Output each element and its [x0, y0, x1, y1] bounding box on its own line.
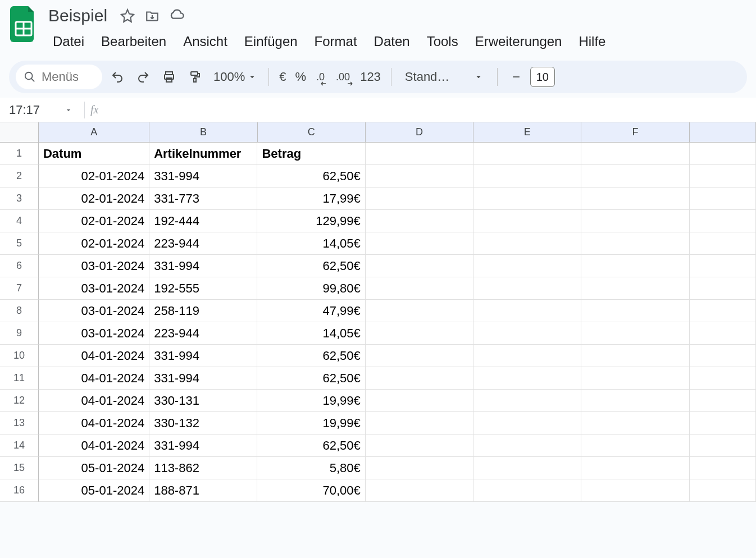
cell[interactable]: 02-01-2024 — [39, 210, 149, 232]
cell[interactable]: 05-01-2024 — [39, 457, 149, 479]
cell[interactable]: 70,00€ — [257, 479, 365, 502]
cell[interactable] — [690, 367, 756, 390]
row-header[interactable]: 8 — [0, 300, 39, 322]
menu-view[interactable]: Ansicht — [175, 30, 235, 53]
cell[interactable] — [473, 457, 581, 479]
cell[interactable] — [473, 255, 581, 277]
cell[interactable] — [366, 367, 473, 390]
cell[interactable] — [473, 479, 581, 502]
cell[interactable]: 331-994 — [149, 345, 257, 367]
formula-bar[interactable] — [104, 98, 756, 122]
cell[interactable] — [690, 345, 756, 367]
menu-search[interactable] — [16, 65, 102, 89]
cell[interactable]: 14,05€ — [257, 232, 365, 255]
cell[interactable] — [366, 345, 473, 367]
cell[interactable]: 14,05€ — [257, 322, 365, 345]
cell[interactable] — [690, 255, 756, 277]
cell[interactable] — [690, 165, 756, 187]
cell[interactable] — [690, 390, 756, 412]
cell[interactable]: 331-994 — [149, 165, 257, 187]
row-header[interactable]: 13 — [0, 412, 39, 434]
cell[interactable] — [581, 390, 689, 412]
cell[interactable] — [473, 187, 581, 210]
row-header[interactable]: 14 — [0, 434, 39, 457]
row-header[interactable]: 9 — [0, 322, 39, 345]
row-header[interactable]: 16 — [0, 479, 39, 502]
cell[interactable]: 02-01-2024 — [39, 187, 149, 210]
cell[interactable] — [366, 277, 473, 300]
undo-button[interactable] — [107, 66, 128, 88]
fontsize-input[interactable]: 10 — [530, 67, 555, 87]
cell[interactable] — [473, 165, 581, 187]
cell[interactable] — [473, 434, 581, 457]
column-header-G[interactable] — [690, 122, 756, 143]
column-header-D[interactable]: D — [366, 122, 473, 143]
menu-extensions[interactable]: Erweiterungen — [467, 30, 570, 53]
cell[interactable] — [690, 479, 756, 502]
row-header[interactable]: 1 — [0, 143, 39, 165]
cell[interactable] — [473, 143, 581, 165]
cell[interactable]: 04-01-2024 — [39, 412, 149, 434]
cell[interactable] — [366, 412, 473, 434]
cell[interactable] — [690, 232, 756, 255]
cell[interactable] — [473, 345, 581, 367]
cell[interactable] — [473, 232, 581, 255]
cell[interactable]: 04-01-2024 — [39, 390, 149, 412]
move-icon[interactable] — [144, 8, 160, 24]
cell[interactable]: 62,50€ — [257, 434, 365, 457]
cell[interactable]: 330-131 — [149, 390, 257, 412]
cell[interactable]: 02-01-2024 — [39, 232, 149, 255]
cell[interactable] — [690, 143, 756, 165]
menu-tools[interactable]: Tools — [419, 30, 466, 53]
cell[interactable]: 331-994 — [149, 434, 257, 457]
menu-help[interactable]: Hilfe — [571, 30, 613, 53]
cell[interactable] — [690, 187, 756, 210]
cell[interactable]: 03-01-2024 — [39, 277, 149, 300]
cell[interactable]: Betrag — [257, 143, 365, 165]
cell[interactable]: 04-01-2024 — [39, 367, 149, 390]
cell[interactable]: 62,50€ — [257, 165, 365, 187]
print-button[interactable] — [158, 66, 180, 88]
zoom-dropdown[interactable]: 100% — [210, 70, 261, 84]
cell[interactable] — [581, 345, 689, 367]
cell[interactable] — [366, 187, 473, 210]
cell[interactable]: 62,50€ — [257, 255, 365, 277]
decrease-fontsize-button[interactable] — [505, 66, 527, 88]
cell[interactable] — [690, 457, 756, 479]
cell[interactable] — [581, 232, 689, 255]
cell[interactable] — [690, 300, 756, 322]
cell[interactable] — [581, 187, 689, 210]
cell[interactable]: 62,50€ — [257, 367, 365, 390]
cell[interactable] — [690, 322, 756, 345]
cell[interactable] — [581, 210, 689, 232]
cell[interactable] — [366, 232, 473, 255]
cell[interactable]: 19,99€ — [257, 412, 365, 434]
cell[interactable]: 03-01-2024 — [39, 322, 149, 345]
cell[interactable] — [473, 210, 581, 232]
cell[interactable]: 5,80€ — [257, 457, 365, 479]
percent-format-button[interactable]: % — [293, 70, 309, 84]
name-box[interactable]: 17:17 — [0, 103, 79, 117]
row-header[interactable]: 5 — [0, 232, 39, 255]
star-icon[interactable] — [120, 8, 135, 24]
cell[interactable] — [473, 277, 581, 300]
font-dropdown[interactable]: Stand… — [399, 70, 489, 84]
cell[interactable]: 05-01-2024 — [39, 479, 149, 502]
cell[interactable]: 258-119 — [149, 300, 257, 322]
cell[interactable] — [690, 434, 756, 457]
cell[interactable]: 113-862 — [149, 457, 257, 479]
row-header[interactable]: 3 — [0, 187, 39, 210]
cell[interactable]: 62,50€ — [257, 345, 365, 367]
cell[interactable] — [581, 165, 689, 187]
cell[interactable] — [581, 479, 689, 502]
cell[interactable] — [581, 300, 689, 322]
cell[interactable] — [473, 412, 581, 434]
column-header-B[interactable]: B — [149, 122, 257, 143]
cell[interactable]: 02-01-2024 — [39, 165, 149, 187]
cell[interactable] — [366, 479, 473, 502]
sheets-logo[interactable] — [9, 4, 38, 44]
decrease-decimal-button[interactable]: .0 — [313, 66, 328, 88]
cell[interactable] — [690, 412, 756, 434]
row-header[interactable]: 4 — [0, 210, 39, 232]
cell[interactable]: 331-994 — [149, 367, 257, 390]
